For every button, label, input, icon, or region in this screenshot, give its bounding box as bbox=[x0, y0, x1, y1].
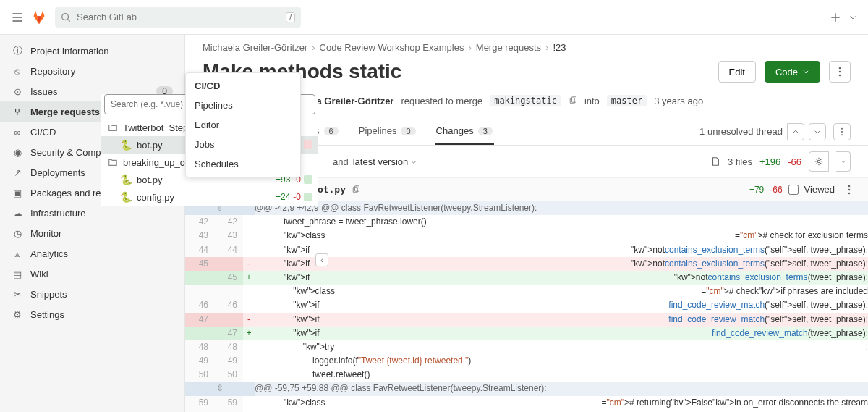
unresolved-thread: 1 unresolved thread bbox=[699, 126, 783, 137]
copy-icon[interactable] bbox=[569, 96, 577, 105]
thread-prev-button[interactable] bbox=[787, 123, 804, 140]
svg-point-9 bbox=[841, 127, 843, 129]
code-line: logger.info(f"Tweet {tweet.id} retweeted… bbox=[255, 354, 868, 368]
diff-row: 47- "kw">if find_code_review_match("self… bbox=[185, 313, 868, 327]
svg-point-1 bbox=[839, 67, 841, 70]
version-dropdown[interactable]: latest version bbox=[353, 156, 417, 167]
kebab-button[interactable] bbox=[829, 61, 851, 83]
tab-changes[interactable]: Changes3 bbox=[435, 118, 494, 145]
code-line: "kw">if bbox=[255, 298, 668, 312]
package-icon: ▣ bbox=[12, 187, 23, 198]
timestamp: 3 years ago bbox=[654, 96, 703, 106]
search-icon bbox=[61, 12, 71, 22]
sidebar-item-monitor[interactable]: ◷Monitor bbox=[0, 223, 184, 243]
viewed-checkbox[interactable] bbox=[788, 185, 799, 195]
deploy-icon: ↗ bbox=[12, 167, 23, 178]
line-number-old: 46 bbox=[185, 298, 214, 312]
sidebar-item-wiki[interactable]: ▤Wiki bbox=[0, 264, 184, 284]
svg-point-10 bbox=[841, 130, 843, 132]
sidebar-item-project-information[interactable]: ⓘProject information bbox=[0, 41, 184, 61]
hamburger-icon[interactable] bbox=[12, 12, 23, 23]
diff-row: 45+ "kw">if "kw">not contains_exclusion_… bbox=[185, 271, 868, 285]
submenu-item-schedules[interactable]: Schedules bbox=[186, 154, 300, 174]
code-line: "kw">if bbox=[255, 257, 631, 271]
wiki-icon: ▤ bbox=[12, 268, 23, 279]
line-number-new bbox=[214, 313, 243, 327]
collapse-tree-icon[interactable]: ‹ bbox=[315, 253, 328, 266]
issues-icon: ⊙ bbox=[12, 85, 23, 97]
line-number-new: 43 bbox=[214, 229, 243, 243]
submenu-title: CI/CD bbox=[186, 76, 300, 96]
svg-point-11 bbox=[841, 134, 843, 135]
crumb[interactable]: Michaela Greiler-Göritzer bbox=[203, 42, 307, 53]
svg-point-2 bbox=[839, 71, 841, 73]
crumb[interactable]: Code Review Workshop Examples bbox=[320, 42, 464, 53]
line-number-old: 43 bbox=[185, 229, 214, 243]
submenu-item-pipelines[interactable]: Pipelines bbox=[186, 96, 300, 115]
diff-row: 4343 "kw">class="cm"># check for exclusi… bbox=[185, 229, 868, 243]
tab-count: 0 bbox=[401, 127, 415, 135]
submenu-item-jobs[interactable]: Jobs bbox=[186, 135, 300, 154]
info-icon: ⓘ bbox=[12, 45, 23, 56]
search-input[interactable]: / bbox=[55, 7, 301, 28]
diff-row: 4646 "kw">if find_code_review_match("sel… bbox=[185, 298, 868, 312]
code-line: "kw">try bbox=[255, 340, 866, 354]
folder-icon bbox=[107, 156, 119, 168]
code-line: "kw">if bbox=[255, 327, 712, 340]
file-options-button[interactable] bbox=[848, 185, 851, 195]
thread-options-button[interactable] bbox=[833, 123, 851, 140]
line-number-old: 50 bbox=[185, 368, 214, 382]
expand-hunk-icon[interactable]: ⇳ bbox=[185, 382, 255, 395]
gitlab-logo-icon[interactable] bbox=[32, 10, 46, 25]
merge-icon: ⑂ bbox=[12, 106, 23, 117]
svg-point-16 bbox=[848, 188, 851, 190]
line-number-new: 50 bbox=[214, 368, 243, 382]
plus-icon[interactable] bbox=[830, 12, 841, 22]
sidebar-item-analytics[interactable]: ⟁Analytics bbox=[0, 243, 184, 264]
monitor-icon: ◷ bbox=[12, 227, 23, 239]
submenu-item-editor[interactable]: Editor bbox=[186, 115, 300, 135]
tree-file[interactable]: 🐍config.py+24-0 bbox=[101, 188, 318, 206]
line-number-old: 45 bbox=[185, 257, 214, 271]
total-additions: +196 bbox=[760, 156, 780, 167]
sidebar-item-infrastructure[interactable]: ☁Infrastructure bbox=[0, 203, 184, 223]
thread-next-button[interactable] bbox=[809, 123, 826, 140]
files-count: 3 files bbox=[728, 156, 752, 167]
sidebar-item-snippets[interactable]: ✂Snippets bbox=[0, 284, 184, 304]
line-number-old: 44 bbox=[185, 243, 214, 257]
diff-settings-button[interactable] bbox=[809, 151, 829, 172]
diff-row: 5050 tweet.retweet() bbox=[185, 368, 868, 382]
sidebar-item-settings[interactable]: ⚙Settings bbox=[0, 304, 184, 324]
cicd-submenu: CI/CDPipelinesEditorJobsSchedules bbox=[185, 72, 301, 177]
copy-icon[interactable] bbox=[352, 185, 360, 194]
line-number-new bbox=[214, 257, 243, 271]
python-icon: 🐍 bbox=[120, 174, 132, 185]
code-line: tweet_phrase = tweet_phrase.lower() bbox=[255, 215, 868, 229]
code-line: "kw">if bbox=[255, 243, 631, 257]
diff-row: 4949 logger.info(f"Tweet {tweet.id} retw… bbox=[185, 354, 868, 368]
diff-row: 5959 "kw">class="cm"># returning "bv">Fa… bbox=[185, 396, 868, 410]
line-number-old: 42 bbox=[185, 215, 214, 229]
diff-settings-dropdown[interactable] bbox=[836, 151, 851, 172]
chevron-down-icon bbox=[802, 68, 809, 75]
tab-pipelines[interactable]: Pipelines0 bbox=[357, 118, 417, 145]
code-line: "kw">class bbox=[255, 229, 735, 243]
shield-icon: ◉ bbox=[12, 146, 23, 158]
line-number-new bbox=[214, 285, 243, 298]
crumb[interactable]: Merge requests bbox=[476, 42, 541, 53]
chevron-down-icon[interactable] bbox=[849, 14, 856, 21]
edit-button[interactable]: Edit bbox=[718, 61, 756, 83]
dst-branch[interactable]: master bbox=[607, 95, 647, 106]
line-number-old: 49 bbox=[185, 354, 214, 368]
diff-row: 47+ "kw">if find_code_review_match(tweet… bbox=[185, 327, 868, 340]
code-line: "kw">class bbox=[255, 285, 701, 298]
mr-id: !23 bbox=[553, 42, 566, 53]
src-branch[interactable]: makingstatic bbox=[490, 95, 561, 106]
diff-viewer[interactable]: ⇳@@ -42,9 +42,9 @@ class FavRetweetListe… bbox=[185, 201, 868, 412]
diff-row: ⇳@@ -59,75 +59,88 @@ class FavRetweetLis… bbox=[185, 382, 868, 395]
sidebar-item-repository[interactable]: ⎋Repository bbox=[0, 61, 184, 81]
line-number-new: 46 bbox=[214, 298, 243, 312]
code-button[interactable]: Code bbox=[765, 61, 820, 83]
python-icon: 🐍 bbox=[120, 139, 132, 151]
folder-icon bbox=[107, 122, 119, 133]
